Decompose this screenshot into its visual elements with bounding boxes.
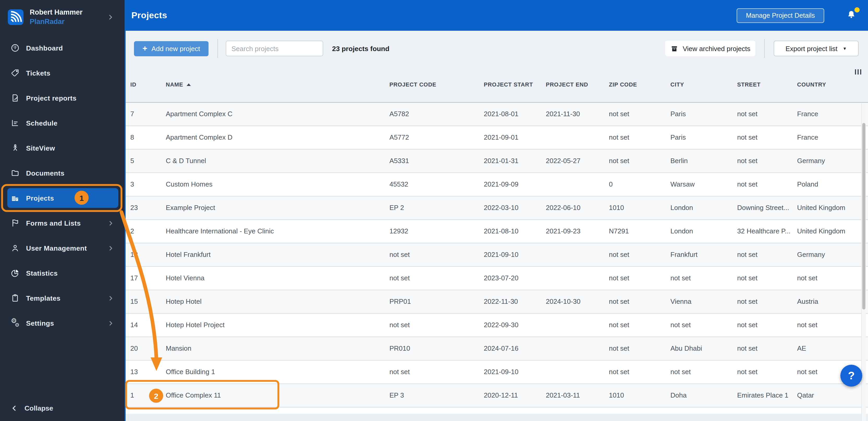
cell-street: not set [737,126,797,149]
table-row[interactable]: 20 Mansion PR010 2024-07-16 not set Abu … [126,337,868,361]
export-project-list-button[interactable]: Export project list▼ [774,41,859,56]
sidebar-item-label: Documents [26,169,64,177]
cell-name: Example Project [166,196,390,219]
plus-icon: + [142,44,147,53]
chevron-right-icon [107,245,114,251]
cell-id: 14 [130,314,166,336]
vertical-scrollbar-thumb[interactable] [862,123,865,310]
cell-project-start: 2024-07-16 [484,337,546,360]
cell-zip-code: 1010 [609,384,671,407]
sidebar-item-projects[interactable]: Projects [7,188,118,208]
help-button[interactable]: ? [840,365,862,387]
table-row[interactable]: 3 Custom Homes 45532 2021-09-09 0 Warsaw… [126,173,868,196]
sidebar-item-siteview[interactable]: SiteView [0,135,125,160]
sidebar-item-dashboard[interactable]: Dashboard [0,35,125,60]
add-new-project-button[interactable]: +Add new project [134,41,209,56]
column-header-name[interactable]: NAME [166,81,390,87]
cell-name: Office Complex 11 [166,384,390,407]
sidebar-item-statistics[interactable]: Statistics [0,261,125,286]
main-area: Projects Manage Project Details +Add new… [125,0,868,421]
horizontal-scroll-area[interactable] [126,414,868,421]
sidebar-item-tickets[interactable]: Tickets [0,60,125,86]
column-header-project-start[interactable]: PROJECT START [484,81,546,87]
table-row-highlighted[interactable]: 1 Office Complex 11 EP 3 2020-12-11 2021… [126,384,868,408]
topbar: Projects Manage Project Details [126,0,868,31]
table-row[interactable]: 7 Apartment Complex C A5782 2021-08-01 2… [126,103,868,126]
sidebar-item-templates[interactable]: Templates [0,286,125,311]
view-archived-projects-button[interactable]: View archived projects [665,41,755,56]
cell-project-end: 2022-05-27 [546,150,609,172]
cell-id: 7 [130,103,166,126]
sidebar-collapse-button[interactable]: Collapse [0,400,53,416]
schedule-chart-icon [10,118,20,128]
cell-project-code: not set [390,361,484,384]
sidebar-item-forms-and-lists[interactable]: Forms and Lists [0,210,125,235]
archive-icon [670,44,678,52]
sidebar-item-documents[interactable]: Documents [0,160,125,186]
column-settings-icon[interactable] [855,69,861,74]
cell-project-end [546,243,609,266]
search-projects-input[interactable] [226,41,323,56]
cell-project-end: 2021-09-23 [546,220,609,243]
table-row[interactable]: 2 Healthcare International - Eye Clinic … [126,220,868,243]
cell-name: Apartment Complex D [166,126,390,149]
table-row[interactable]: 5 C & D Tunnel A5331 2021-01-31 2022-05-… [126,150,868,173]
notification-dot [855,7,860,12]
planradar-logo [8,9,24,25]
cell-id: 12 [130,243,166,266]
sidebar-item-project-reports[interactable]: Project reports [0,86,125,110]
account-switcher[interactable]: Robert Hammer PlanRadar [0,0,125,34]
table-row[interactable]: 17 Hotel Vienna not set 2023-07-20 not s… [126,267,868,290]
cell-project-code: not set [390,243,484,266]
siteview-person-icon [10,143,20,153]
manage-project-details-button[interactable]: Manage Project Details [737,8,824,23]
column-header-id[interactable]: ID [130,81,166,87]
column-header-city[interactable]: CITY [671,81,737,87]
cell-project-start: 2021-08-10 [484,220,546,243]
cell-project-code: PRP01 [390,290,484,313]
cell-project-end: 2021-11-30 [546,103,609,126]
cell-city: Frankfurt [671,243,737,266]
cell-project-end: 2021-03-11 [546,384,609,407]
cell-project-end [546,173,609,196]
notifications-button[interactable] [846,9,858,22]
tag-icon [10,68,20,78]
cell-zip-code: not set [609,126,671,149]
sidebar-item-settings[interactable]: ⚙⚙ Settings [0,311,125,335]
cell-country: not set [797,267,868,290]
cell-project-code: not set [390,314,484,336]
table-row[interactable]: 14 Hotep Hotel Project not set 2022-09-3… [126,314,868,337]
table-row[interactable]: 15 Hotep Hotel PRP01 2022-11-30 2024-10-… [126,290,868,314]
chevron-left-icon [10,404,18,412]
flag-icon [10,218,20,228]
sidebar-item-schedule[interactable]: Schedule [0,110,125,135]
cell-project-code: A5331 [390,150,484,172]
cell-country: not set [797,314,868,336]
cell-project-end [546,314,609,336]
chevron-right-icon [107,320,114,326]
cell-project-code: EP 3 [390,384,484,407]
cell-country: Germany [797,150,868,172]
cell-name: Custom Homes [166,173,390,196]
column-header-street[interactable]: STREET [737,81,797,87]
cell-id: 13 [130,361,166,384]
table-row[interactable]: 13 Office Building 1 not set 2021-09-10 … [126,361,868,384]
cell-project-end [546,361,609,384]
report-icon [10,93,20,103]
column-header-zip-code[interactable]: ZIP CODE [609,81,671,87]
table-row[interactable]: 12 Hotel Frankfurt not set 2021-09-10 no… [126,243,868,267]
table-row[interactable]: 8 Apartment Complex D A5772 2021-09-01 n… [126,126,868,150]
column-header-country[interactable]: COUNTRY [797,81,868,87]
cell-project-code: not set [390,267,484,290]
cell-id: 17 [130,267,166,290]
sidebar-item-user-management[interactable]: User Management [0,235,125,261]
cell-id: 20 [130,337,166,360]
table-row[interactable]: 23 Example Project EP 2 2022-03-10 2022-… [126,196,868,220]
cell-project-code: 12932 [390,220,484,243]
column-header-project-end[interactable]: PROJECT END [546,81,609,87]
cell-zip-code: N7291 [609,220,671,243]
cell-city: not set [671,267,737,290]
column-header-project-code[interactable]: PROJECT CODE [390,81,484,87]
sidebar-item-label: User Management [26,244,87,252]
cell-street: not set [737,103,797,126]
